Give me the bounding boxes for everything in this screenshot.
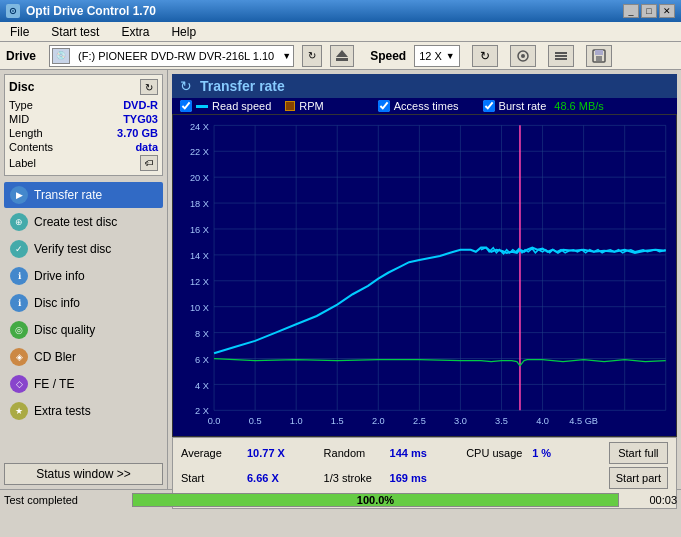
- svg-text:4.5 GB: 4.5 GB: [569, 416, 598, 426]
- speed-arrow: ▼: [446, 51, 455, 61]
- maximize-button[interactable]: □: [641, 4, 657, 18]
- svg-text:2.0: 2.0: [372, 416, 385, 426]
- save-button[interactable]: [586, 45, 612, 67]
- svg-text:8 X: 8 X: [195, 329, 209, 339]
- settings-button1[interactable]: [510, 45, 536, 67]
- drive-info-icon: ℹ: [10, 267, 28, 285]
- svg-rect-0: [336, 58, 348, 61]
- stroke-1-3-label: 1/3 stroke: [324, 472, 384, 484]
- disc-quality-icon: ◎: [10, 321, 28, 339]
- svg-text:3.0: 3.0: [454, 416, 467, 426]
- reload-button[interactable]: ↻: [472, 45, 498, 67]
- nav-items: ▶ Transfer rate ⊕ Create test disc ✓ Ver…: [0, 180, 167, 459]
- nav-verify-test-disc-label: Verify test disc: [34, 242, 111, 256]
- svg-text:1.5: 1.5: [331, 416, 344, 426]
- sidebar: Disc ↻ Type DVD-R MID TYG03 Length 3.70 …: [0, 70, 168, 489]
- nav-cd-bler[interactable]: ◈ CD Bler: [4, 344, 163, 370]
- svg-text:6 X: 6 X: [195, 355, 209, 365]
- menu-extra[interactable]: Extra: [115, 24, 155, 40]
- mid-label: MID: [9, 113, 29, 125]
- status-bar: Test completed 100.0% 00:03: [0, 489, 681, 509]
- nav-disc-info[interactable]: ℹ Disc info: [4, 290, 163, 316]
- chart-container: 24 X 22 X 20 X 18 X 16 X 14 X 12 X 10 X …: [172, 114, 677, 437]
- read-speed-checkbox[interactable]: [180, 100, 192, 112]
- nav-transfer-rate[interactable]: ▶ Transfer rate: [4, 182, 163, 208]
- start-label: Start: [181, 472, 241, 484]
- minimize-button[interactable]: _: [623, 4, 639, 18]
- burst-rate-legend: Burst rate: [499, 100, 547, 112]
- speed-label: Speed: [370, 49, 406, 63]
- nav-disc-info-label: Disc info: [34, 296, 80, 310]
- drive-value: (F:) PIONEER DVD-RW DVR-216L 1.10: [74, 50, 278, 62]
- stroke-1-3-value: 169 ms: [390, 472, 427, 484]
- extra-tests-icon: ★: [10, 402, 28, 420]
- close-button[interactable]: ✕: [659, 4, 675, 18]
- svg-text:16 X: 16 X: [190, 225, 209, 235]
- cd-bler-icon: ◈: [10, 348, 28, 366]
- verify-test-disc-icon: ✓: [10, 240, 28, 258]
- nav-drive-info-label: Drive info: [34, 269, 85, 283]
- cpu-value: 1 %: [532, 447, 551, 459]
- length-label: Length: [9, 127, 43, 139]
- start-part-button[interactable]: Start part: [609, 467, 668, 489]
- menu-bar: File Start test Extra Help: [0, 22, 681, 42]
- contents-label: Contents: [9, 141, 53, 153]
- nav-disc-quality[interactable]: ◎ Disc quality: [4, 317, 163, 343]
- mid-value: TYG03: [123, 113, 158, 125]
- nav-extra-tests-label: Extra tests: [34, 404, 91, 418]
- contents-value: data: [135, 141, 158, 153]
- svg-text:2.5: 2.5: [413, 416, 426, 426]
- read-speed-color: [196, 105, 208, 108]
- disc-info-icon: ℹ: [10, 294, 28, 312]
- svg-rect-5: [555, 55, 567, 57]
- drive-select[interactable]: 💿 (F:) PIONEER DVD-RW DVR-216L 1.10 ▼: [49, 45, 294, 67]
- disc-refresh-button[interactable]: ↻: [140, 79, 158, 95]
- svg-rect-9: [596, 56, 602, 61]
- nav-fe-te[interactable]: ◇ FE / TE: [4, 371, 163, 397]
- rpm-legend: RPM: [299, 100, 323, 112]
- random-value: 144 ms: [390, 447, 427, 459]
- svg-rect-6: [555, 58, 567, 60]
- start-full-button[interactable]: Start full: [609, 442, 668, 464]
- drive-dropdown-arrow: ▼: [282, 51, 291, 61]
- drive-refresh-button[interactable]: ↻: [302, 45, 322, 67]
- drive-row: Drive 💿 (F:) PIONEER DVD-RW DVR-216L 1.1…: [0, 42, 681, 70]
- menu-help[interactable]: Help: [165, 24, 202, 40]
- drive-label: Drive: [6, 49, 41, 63]
- eject-button[interactable]: [330, 45, 354, 67]
- svg-text:10 X: 10 X: [190, 303, 209, 313]
- window-controls: _ □ ✕: [623, 4, 675, 18]
- svg-text:20 X: 20 X: [190, 173, 209, 183]
- status-window-button[interactable]: Status window >>: [4, 463, 163, 485]
- burst-rate-checkbox[interactable]: [483, 100, 495, 112]
- nav-create-test-disc-label: Create test disc: [34, 215, 117, 229]
- nav-cd-bler-label: CD Bler: [34, 350, 76, 364]
- nav-verify-test-disc[interactable]: ✓ Verify test disc: [4, 236, 163, 262]
- access-times-checkbox[interactable]: [378, 100, 390, 112]
- average-label: Average: [181, 447, 241, 459]
- label-icon-button[interactable]: 🏷: [140, 155, 158, 171]
- cpu-stat: CPU usage 1 %: [466, 447, 609, 459]
- chart-icon: ↻: [180, 78, 192, 94]
- disc-title: Disc: [9, 80, 34, 94]
- speed-select[interactable]: 12 X ▼: [414, 45, 460, 67]
- nav-extra-tests[interactable]: ★ Extra tests: [4, 398, 163, 424]
- svg-text:0.0: 0.0: [208, 416, 221, 426]
- svg-point-3: [521, 54, 525, 58]
- random-stat: Random 144 ms: [324, 447, 467, 459]
- nav-create-test-disc[interactable]: ⊕ Create test disc: [4, 209, 163, 235]
- menu-start-test[interactable]: Start test: [45, 24, 105, 40]
- disc-panel: Disc ↻ Type DVD-R MID TYG03 Length 3.70 …: [4, 74, 163, 176]
- chart-area: ↻ Transfer rate Read speed RPM Access ti…: [168, 70, 681, 489]
- chart-legend: Read speed RPM Access times Burst rate 4…: [172, 98, 677, 114]
- chart-svg: 24 X 22 X 20 X 18 X 16 X 14 X 12 X 10 X …: [173, 115, 676, 436]
- menu-file[interactable]: File: [4, 24, 35, 40]
- transfer-rate-icon: ▶: [10, 186, 28, 204]
- nav-drive-info[interactable]: ℹ Drive info: [4, 263, 163, 289]
- svg-text:24 X: 24 X: [190, 121, 209, 131]
- settings-button2[interactable]: [548, 45, 574, 67]
- svg-text:4 X: 4 X: [195, 381, 209, 391]
- average-value: 10.77 X: [247, 447, 285, 459]
- time-label: 00:03: [627, 494, 677, 506]
- svg-text:12 X: 12 X: [190, 277, 209, 287]
